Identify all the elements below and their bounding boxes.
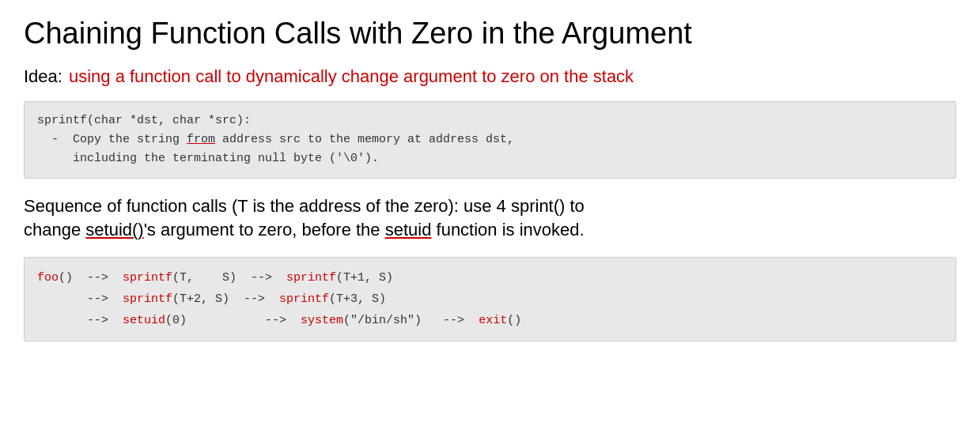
code-line-3: including the terminating null byte ('\0… bbox=[37, 149, 943, 168]
seq-line-3: --> setuid(0) --> system("/bin/sh") --> … bbox=[37, 310, 943, 331]
sequence-code-block: foo() --> sprintf(T, S) --> sprintf(T+1,… bbox=[24, 257, 956, 341]
code-line-2: - Copy the string from address src to th… bbox=[37, 130, 943, 149]
code-line-1: sprintf(char *dst, char *src): bbox=[37, 111, 943, 130]
sprintf-code-block: sprintf(char *dst, char *src): - Copy th… bbox=[24, 101, 956, 179]
page-title: Chaining Function Calls with Zero in the… bbox=[24, 16, 956, 52]
setuid2-underlined: setuid bbox=[385, 220, 432, 240]
prose-text: Sequence of function calls (T is the add… bbox=[24, 194, 956, 243]
idea-text: using a function call to dynamically cha… bbox=[69, 66, 634, 87]
idea-label: Idea: bbox=[24, 66, 62, 87]
idea-line: Idea: using a function call to dynamical… bbox=[24, 66, 956, 87]
seq-line-1: foo() --> sprintf(T, S) --> sprintf(T+1,… bbox=[37, 267, 943, 289]
setuid-underlined: setuid() bbox=[85, 220, 143, 240]
seq-line-2: --> sprintf(T+2, S) --> sprintf(T+3, S) bbox=[37, 289, 943, 310]
